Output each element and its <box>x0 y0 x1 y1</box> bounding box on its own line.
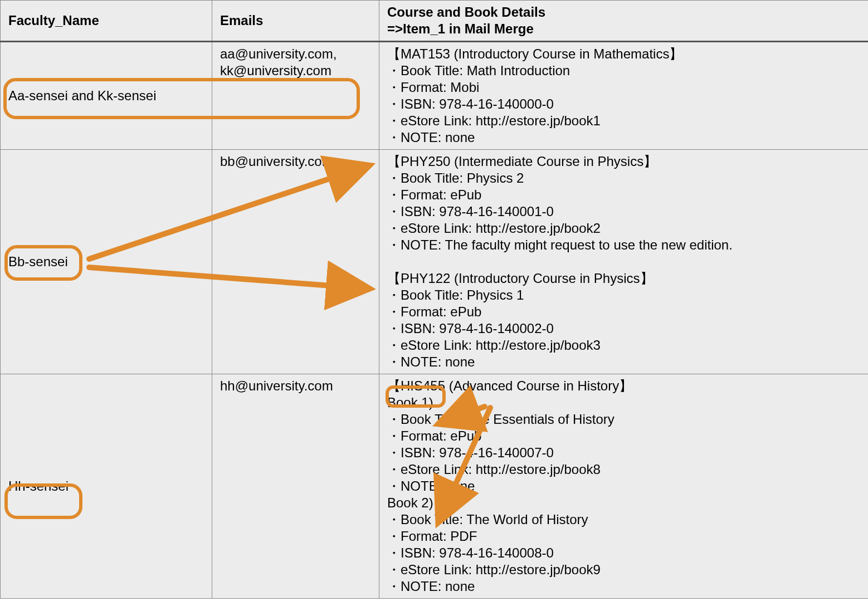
cell-emails[interactable]: aa@university.com, kk@university.com <box>212 42 379 150</box>
cell-faculty[interactable]: Bb-sensei <box>1 150 212 374</box>
header-details-line1: Course and Book Details <box>387 4 545 19</box>
table-row: Aa-sensei and Kk-sensei aa@university.co… <box>1 42 869 150</box>
cell-emails[interactable]: hh@university.com <box>212 374 379 599</box>
cell-emails[interactable]: bb@university.com <box>212 150 379 374</box>
header-faculty: Faculty_Name <box>1 1 212 42</box>
data-table: Faculty_Name Emails Course and Book Deta… <box>0 0 868 599</box>
table-row: Hh-sensei hh@university.com 【HIS455 (Adv… <box>1 374 869 599</box>
cell-details[interactable]: 【MAT153 (Introductory Course in Mathemat… <box>379 42 869 150</box>
header-row: Faculty_Name Emails Course and Book Deta… <box>1 1 869 42</box>
table-row: Bb-sensei bb@university.com 【PHY250 (Int… <box>1 150 869 374</box>
cell-details[interactable]: 【HIS455 (Advanced Course in History】 Boo… <box>379 374 869 599</box>
spreadsheet-view: Faculty_Name Emails Course and Book Deta… <box>0 0 868 599</box>
cell-faculty[interactable]: Aa-sensei and Kk-sensei <box>1 42 212 150</box>
header-details: Course and Book Details =>Item_1 in Mail… <box>379 1 869 42</box>
cell-details[interactable]: 【PHY250 (Intermediate Course in Physics】… <box>379 150 869 374</box>
header-emails: Emails <box>212 1 379 42</box>
cell-faculty[interactable]: Hh-sensei <box>1 374 212 599</box>
header-details-line2: =>Item_1 in Mail Merge <box>387 21 534 36</box>
